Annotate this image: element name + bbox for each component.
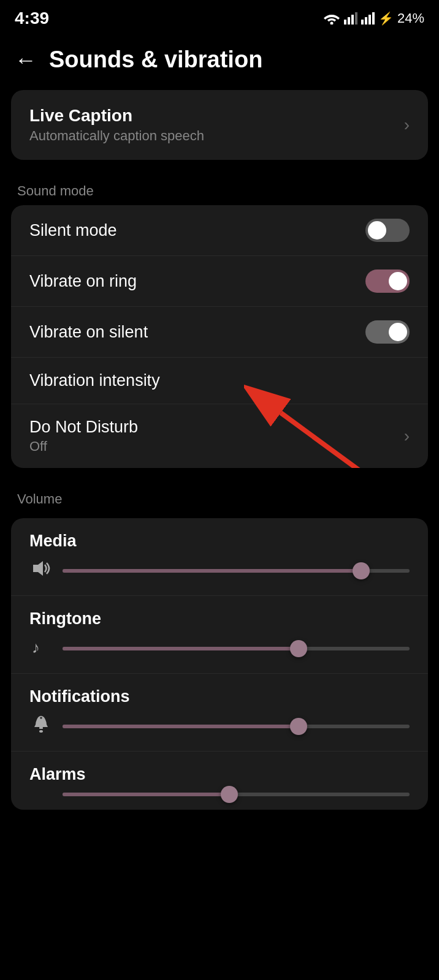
silent-mode-knob — [368, 221, 386, 239]
media-icon — [29, 559, 53, 582]
dnd-chevron: › — [404, 426, 410, 446]
status-time: 4:39 — [15, 9, 49, 28]
alarms-slider-fill — [63, 793, 229, 796]
do-not-disturb-row[interactable]: Do Not Disturb Off › — [11, 404, 428, 468]
media-slider-row[interactable] — [29, 559, 410, 589]
svg-rect-6 — [365, 17, 367, 24]
volume-card: Media Ringtone ♪ — [11, 518, 428, 810]
vibrate-silent-knob — [389, 323, 407, 341]
signal-icon — [344, 12, 357, 24]
volume-speaker-icon — [31, 559, 52, 578]
media-slider-fill — [63, 569, 361, 573]
svg-rect-2 — [348, 17, 350, 24]
notifications-slider-row[interactable] — [29, 715, 410, 745]
live-caption-subtitle: Automatically caption speech — [29, 128, 204, 144]
svg-text:♪: ♪ — [32, 638, 40, 655]
silent-mode-row[interactable]: Silent mode — [11, 205, 428, 255]
svg-rect-1 — [344, 20, 346, 24]
alarms-section: Alarms — [11, 751, 428, 810]
vibrate-silent-toggle[interactable] — [365, 320, 410, 344]
svg-rect-3 — [351, 15, 354, 24]
ringtone-section: Ringtone ♪ — [11, 595, 428, 673]
live-caption-card[interactable]: Live Caption Automatically caption speec… — [11, 90, 428, 160]
live-caption-row[interactable]: Live Caption Automatically caption speec… — [11, 90, 428, 160]
dnd-label: Do Not Disturb — [29, 418, 138, 437]
bell-icon — [31, 715, 52, 733]
vibrate-silent-row[interactable]: Vibrate on silent — [11, 306, 428, 357]
dnd-status: Off — [29, 439, 138, 454]
svg-point-0 — [330, 22, 333, 25]
media-section: Media — [11, 518, 428, 595]
svg-rect-4 — [355, 12, 357, 24]
notifications-slider-track[interactable] — [63, 725, 410, 728]
vibrate-ring-label: Vibrate on ring — [29, 272, 137, 291]
vibrate-ring-row[interactable]: Vibrate on ring — [11, 255, 428, 306]
svg-point-14 — [40, 717, 43, 720]
media-title: Media — [29, 532, 410, 551]
svg-rect-7 — [368, 15, 371, 24]
svg-marker-11 — [33, 561, 43, 576]
sound-mode-card: Silent mode Vibrate on ring Vibrate on s… — [11, 205, 428, 468]
status-bar: 4:39 ⚡ 24% — [0, 0, 439, 34]
battery-percent: 24% — [397, 10, 424, 26]
alarms-slider-track[interactable] — [63, 793, 410, 796]
ringtone-slider-thumb[interactable] — [290, 640, 307, 657]
ringtone-slider-track[interactable] — [63, 647, 410, 650]
music-note-icon: ♪ — [31, 637, 52, 655]
notifications-icon — [29, 715, 53, 737]
svg-rect-13 — [39, 727, 43, 729]
alarms-title: Alarms — [29, 765, 410, 784]
svg-rect-8 — [372, 12, 375, 24]
vibration-intensity-label: Vibration intensity — [29, 371, 160, 390]
dnd-text: Do Not Disturb Off — [29, 418, 138, 454]
media-slider-track[interactable] — [63, 569, 410, 573]
media-slider-thumb[interactable] — [353, 562, 370, 579]
vibrate-ring-toggle[interactable] — [365, 270, 410, 293]
alarms-slider-thumb[interactable] — [221, 786, 238, 803]
ringtone-slider-row[interactable]: ♪ — [29, 637, 410, 667]
status-icons: ⚡ 24% — [323, 10, 424, 26]
svg-rect-5 — [361, 20, 364, 24]
live-caption-text: Live Caption Automatically caption speec… — [29, 106, 204, 144]
notifications-title: Notifications — [29, 687, 410, 706]
svg-line-10 — [281, 413, 373, 468]
notifications-section: Notifications — [11, 673, 428, 751]
header: ← Sounds & vibration — [0, 34, 439, 90]
ringtone-icon: ♪ — [29, 637, 53, 660]
vibration-intensity-row[interactable]: Vibration intensity — [11, 357, 428, 404]
live-caption-title: Live Caption — [29, 106, 204, 126]
alarms-slider-row[interactable] — [29, 793, 410, 804]
live-caption-chevron: › — [404, 115, 410, 135]
back-button[interactable]: ← — [15, 49, 37, 71]
wifi-icon — [323, 12, 340, 24]
notifications-slider-fill — [63, 725, 299, 728]
silent-mode-label: Silent mode — [29, 221, 117, 240]
battery-charging-icon: ⚡ — [378, 11, 394, 26]
vibrate-ring-knob — [389, 272, 407, 290]
ringtone-slider-fill — [63, 647, 299, 650]
sound-mode-label: Sound mode — [0, 177, 439, 205]
page-title: Sounds & vibration — [49, 47, 262, 73]
svg-point-15 — [39, 730, 43, 733]
silent-mode-toggle[interactable] — [365, 219, 410, 242]
signal2-icon — [361, 12, 375, 24]
vibrate-silent-label: Vibrate on silent — [29, 323, 148, 342]
notifications-slider-thumb[interactable] — [290, 718, 307, 735]
volume-label: Volume — [0, 485, 439, 513]
ringtone-title: Ringtone — [29, 609, 410, 628]
